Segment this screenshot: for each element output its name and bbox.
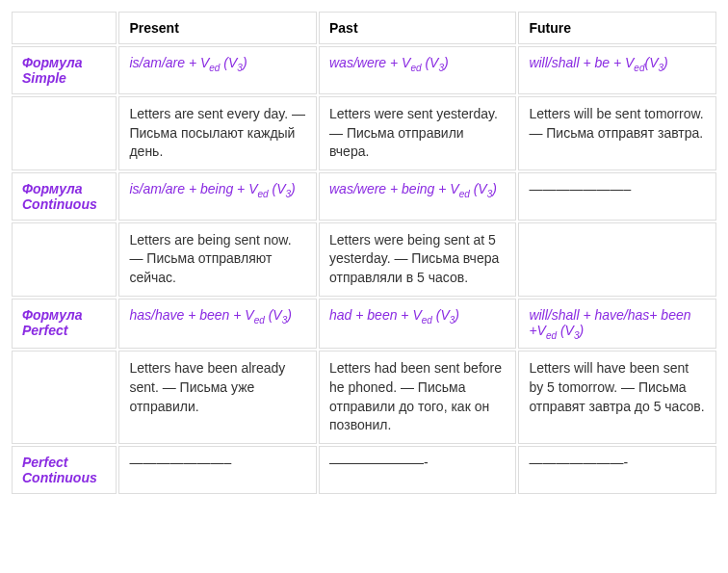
- empty-cell: [12, 96, 117, 170]
- perfect-present-formula: has/have + been + Ved (V3): [118, 299, 317, 350]
- empty-cell: [12, 222, 117, 297]
- simple-future-example: Letters will be sent tomorrow. — Письма …: [518, 96, 716, 170]
- perfect-formula-row: Формула Perfect has/have + been + Ved (V…: [12, 299, 716, 350]
- simple-label: Формула Simple: [12, 46, 117, 94]
- perfect-past-example: Letters had been sent before he phoned. …: [319, 351, 516, 443]
- simple-future-formula: will/shall + be + Ved(V3): [518, 46, 716, 94]
- continuous-past-formula: was/were + being + Ved (V3): [319, 172, 516, 221]
- perfect-continuous-past: ———————-: [319, 446, 516, 494]
- perfect-continuous-row: Perfect Continuous ———————– ———————- ———…: [12, 446, 716, 494]
- simple-present-example: Letters are sent every day. — Письма пос…: [118, 96, 317, 170]
- perfect-continuous-label: Perfect Continuous: [12, 446, 117, 494]
- continuous-label: Формула Continuous: [12, 172, 117, 221]
- header-future: Future: [518, 12, 716, 44]
- continuous-past-example: Letters were being sent at 5 yesterday. …: [319, 222, 516, 297]
- simple-formula-row: Формула Simple is/am/are + Ved (V3) was/…: [12, 46, 716, 94]
- perfect-future-example: Letters will have been sent by 5 tomorro…: [518, 351, 716, 443]
- perfect-continuous-present: ———————–: [118, 446, 317, 494]
- header-blank: [12, 12, 117, 44]
- header-past: Past: [319, 12, 516, 44]
- perfect-label: Формула Perfect: [12, 299, 117, 350]
- simple-past-formula: was/were + Ved (V3): [319, 46, 516, 94]
- header-row: Present Past Future: [12, 12, 716, 44]
- simple-past-example: Letters were sent yesterday. — Письма от…: [319, 96, 516, 170]
- perfect-continuous-future: ———————-: [518, 446, 716, 494]
- perfect-past-formula: had + been + Ved (V3): [319, 299, 516, 350]
- simple-present-formula: is/am/are + Ved (V3): [118, 46, 317, 94]
- continuous-present-formula: is/am/are + being + Ved (V3): [118, 172, 317, 221]
- simple-example-row: Letters are sent every day. — Письма пос…: [12, 96, 716, 170]
- perfect-example-row: Letters have been already sent. — Письма…: [12, 351, 716, 443]
- continuous-future-example: [518, 222, 716, 297]
- perfect-present-example: Letters have been already sent. — Письма…: [118, 351, 317, 443]
- continuous-present-example: Letters are being sent now. — Письма отп…: [118, 222, 317, 297]
- grammar-table: Present Past Future Формула Simple is/am…: [10, 10, 718, 496]
- perfect-future-formula: will/shall + have/has+ been +Ved (V3): [518, 299, 716, 350]
- continuous-future-formula: ———————–: [518, 172, 716, 221]
- continuous-formula-row: Формула Continuous is/am/are + being + V…: [12, 172, 716, 221]
- header-present: Present: [118, 12, 317, 44]
- empty-cell: [12, 351, 117, 443]
- continuous-example-row: Letters are being sent now. — Письма отп…: [12, 222, 716, 297]
